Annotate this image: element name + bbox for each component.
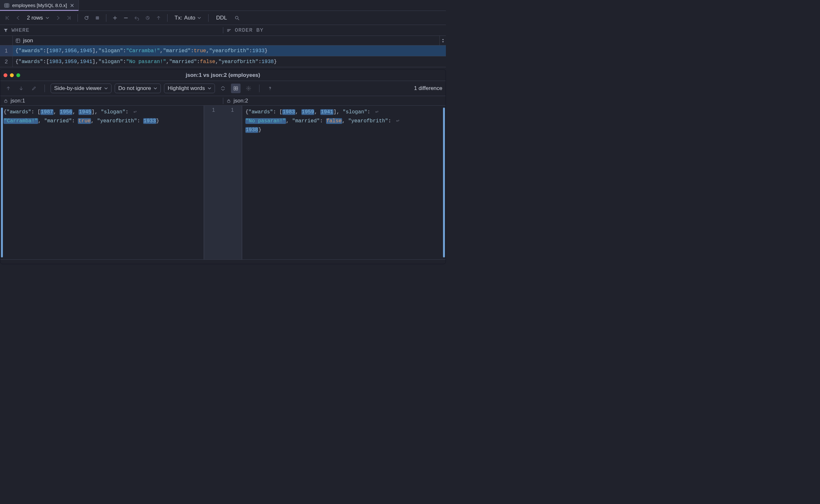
svg-rect-9 bbox=[227, 101, 230, 102]
diff-body: {"awards": [1987, 1956, 1945], "slogan":… bbox=[0, 106, 446, 259]
orderby-cell[interactable]: ORDER BY bbox=[223, 27, 446, 33]
column-label: json bbox=[23, 37, 33, 44]
tx-mode[interactable]: Tx: Auto bbox=[171, 13, 204, 23]
orderby-label: ORDER BY bbox=[235, 27, 264, 33]
right-side-label: json:2 bbox=[223, 98, 446, 104]
svg-rect-1 bbox=[96, 16, 99, 20]
chevron-down-icon bbox=[197, 16, 201, 20]
svg-rect-0 bbox=[4, 4, 9, 7]
filter-bar: WHERE ORDER BY bbox=[0, 25, 446, 36]
change-bar bbox=[443, 108, 445, 257]
stop-button[interactable] bbox=[93, 13, 102, 23]
column-icon bbox=[15, 38, 20, 43]
highlight-mode-select[interactable]: Highlight words bbox=[164, 84, 215, 93]
next-diff-button[interactable] bbox=[16, 84, 26, 93]
rows-count-label: 2 rows bbox=[27, 15, 43, 21]
grid-corner bbox=[0, 36, 13, 45]
viewer-mode-select[interactable]: Side-by-side viewer bbox=[51, 84, 111, 93]
left-code[interactable]: {"awards": [1987, 1956, 1945], "slogan":… bbox=[0, 106, 204, 127]
preview-changes-button[interactable] bbox=[143, 13, 152, 23]
diff-window: json:1 vs json:2 (employees) Side-by-sid… bbox=[0, 69, 446, 264]
right-pane[interactable]: {"awards": [1983, 1959, 1941], "slogan":… bbox=[242, 106, 446, 259]
tab-strip: employees [MySQL 8.0.x] bbox=[0, 0, 446, 11]
cell-json[interactable]: {"awards": [1983, 1959, 1941], "slogan":… bbox=[13, 56, 446, 67]
ignore-mode-label: Do not ignore bbox=[118, 85, 151, 92]
ddl-label: DDL bbox=[216, 15, 227, 21]
window-minimize-button[interactable] bbox=[10, 73, 14, 77]
remove-row-button[interactable] bbox=[121, 13, 131, 23]
svg-rect-4 bbox=[16, 39, 20, 43]
diff-count: 1 difference bbox=[414, 85, 443, 92]
search-button[interactable] bbox=[232, 13, 242, 23]
revert-button[interactable] bbox=[132, 13, 142, 23]
diff-gutter: 1 1 bbox=[204, 106, 242, 259]
rows-count[interactable]: 2 rows bbox=[24, 13, 52, 23]
window-zoom-button[interactable] bbox=[16, 73, 20, 77]
app-frame: employees [MySQL 8.0.x] 2 rows Tx: Auto bbox=[0, 0, 446, 278]
table-icon bbox=[4, 3, 10, 8]
ignore-mode-select[interactable]: Do not ignore bbox=[115, 84, 161, 93]
where-cell[interactable]: WHERE bbox=[0, 27, 223, 33]
svg-point-3 bbox=[235, 16, 238, 19]
svg-point-7 bbox=[248, 88, 249, 89]
diff-title: json:1 vs json:2 (employees) bbox=[4, 72, 443, 78]
separator bbox=[77, 14, 78, 22]
window-controls bbox=[4, 73, 20, 77]
diff-footer bbox=[0, 259, 446, 264]
tab-title: employees [MySQL 8.0.x] bbox=[12, 3, 67, 8]
window-close-button[interactable] bbox=[4, 73, 7, 77]
tab-employees[interactable]: employees [MySQL 8.0.x] bbox=[0, 0, 79, 11]
chevron-down-icon bbox=[45, 16, 49, 20]
help-button[interactable] bbox=[265, 84, 275, 93]
right-label-text: json:2 bbox=[233, 98, 248, 104]
gutter-left-line: 1 bbox=[204, 107, 223, 113]
svg-rect-8 bbox=[4, 101, 7, 102]
submit-button[interactable] bbox=[154, 13, 163, 23]
column-sort[interactable] bbox=[440, 36, 446, 45]
table-row[interactable]: 1{"awards": [1987, 1956, 1945], "slogan"… bbox=[0, 45, 446, 56]
column-json[interactable]: json bbox=[13, 36, 440, 45]
chevron-down-icon bbox=[104, 86, 108, 90]
reload-button[interactable] bbox=[82, 13, 91, 23]
prev-diff-button[interactable] bbox=[4, 84, 13, 93]
gutter-line: 1 1 bbox=[204, 106, 242, 115]
row-number: 2 bbox=[0, 56, 13, 67]
chevron-down-icon bbox=[153, 86, 157, 90]
row-number: 1 bbox=[0, 45, 13, 56]
add-row-button[interactable] bbox=[110, 13, 120, 23]
next-page-button[interactable] bbox=[53, 13, 63, 23]
separator bbox=[106, 14, 106, 22]
right-code[interactable]: {"awards": [1983, 1959, 1941], "slogan":… bbox=[242, 106, 446, 136]
cell-json[interactable]: {"awards": [1987, 1956, 1945], "slogan":… bbox=[13, 45, 446, 56]
settings-button[interactable] bbox=[244, 84, 253, 93]
table-row[interactable]: 2{"awards": [1983, 1959, 1941], "slogan"… bbox=[0, 56, 446, 67]
sort-icon bbox=[226, 28, 231, 33]
grid-header: json bbox=[0, 36, 446, 45]
left-side-label: json:1 bbox=[0, 98, 223, 104]
first-page-button[interactable] bbox=[3, 13, 12, 23]
sync-scroll-button[interactable] bbox=[231, 84, 240, 93]
separator bbox=[259, 85, 259, 92]
left-pane[interactable]: {"awards": [1987, 1956, 1945], "slogan":… bbox=[0, 106, 204, 259]
left-label-text: json:1 bbox=[11, 98, 25, 104]
gutter-right-line: 1 bbox=[223, 107, 242, 113]
chevron-down-icon bbox=[207, 86, 211, 90]
diff-subheader: json:1 json:2 bbox=[0, 96, 446, 106]
collapse-unchanged-button[interactable] bbox=[218, 84, 228, 93]
lock-icon bbox=[226, 99, 231, 103]
tx-value: Auto bbox=[184, 15, 195, 21]
close-icon[interactable] bbox=[69, 3, 75, 8]
highlight-mode-label: Highlight words bbox=[167, 85, 205, 92]
prev-page-button[interactable] bbox=[13, 13, 23, 23]
diff-titlebar: json:1 vs json:2 (employees) bbox=[0, 69, 446, 81]
tx-prefix: Tx: bbox=[174, 15, 182, 21]
where-label: WHERE bbox=[12, 27, 29, 33]
last-page-button[interactable] bbox=[64, 13, 74, 23]
ddl-button[interactable]: DDL bbox=[212, 13, 231, 23]
diff-toolbar: Side-by-side viewer Do not ignore Highli… bbox=[0, 81, 446, 96]
grid-rows: 1{"awards": [1987, 1956, 1945], "slogan"… bbox=[0, 45, 446, 67]
change-bar bbox=[1, 108, 3, 257]
lock-icon bbox=[4, 99, 8, 103]
edit-button[interactable] bbox=[29, 84, 39, 93]
filter-icon bbox=[3, 28, 8, 33]
